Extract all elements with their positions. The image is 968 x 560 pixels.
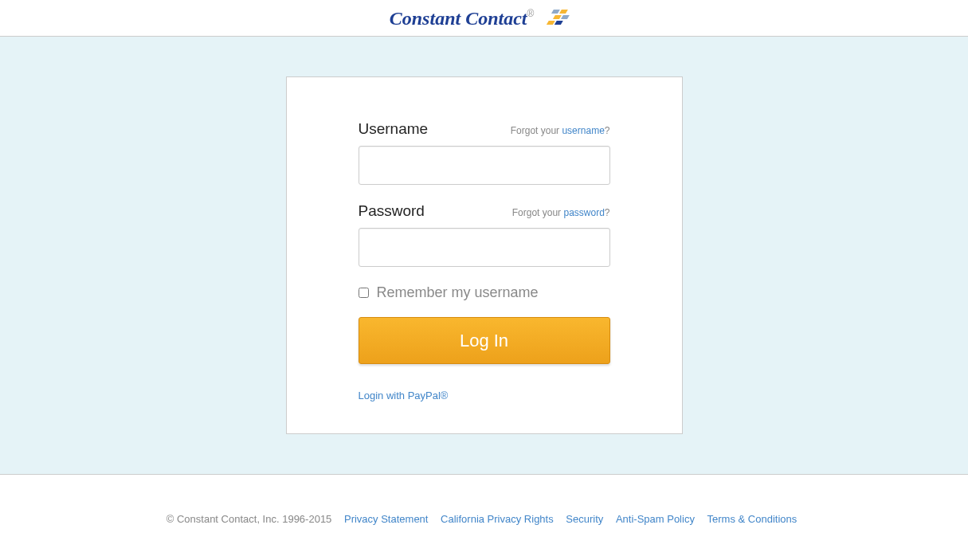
- brand-logo: Constant Contact®: [390, 8, 578, 29]
- remember-checkbox[interactable]: [359, 288, 369, 298]
- brand-name: Constant Contact: [390, 8, 527, 29]
- brand-swoosh-icon: [542, 8, 578, 29]
- footer-link-california[interactable]: California Privacy Rights: [441, 513, 554, 525]
- copyright-text: © Constant Contact, Inc. 1996-2015: [167, 513, 332, 525]
- footer-link-privacy[interactable]: Privacy Statement: [344, 513, 429, 525]
- forgot-password-text: Forgot your password?: [512, 207, 610, 218]
- password-label: Password: [359, 202, 425, 220]
- svg-rect-4: [547, 21, 555, 25]
- login-button[interactable]: Log In: [359, 317, 610, 364]
- login-card: Username Forgot your username? Password …: [286, 76, 683, 434]
- svg-rect-5: [555, 21, 563, 25]
- svg-rect-1: [559, 10, 568, 14]
- username-label: Username: [359, 120, 429, 138]
- page-header: Constant Contact®: [0, 0, 968, 37]
- login-paypal-link[interactable]: Login with PayPal®: [359, 390, 449, 401]
- remember-row: Remember my username: [359, 284, 610, 301]
- forgot-password-prefix: Forgot your: [512, 207, 564, 218]
- password-input[interactable]: [359, 228, 610, 267]
- username-group: Username Forgot your username?: [359, 120, 610, 185]
- forgot-password-suffix: ?: [605, 207, 610, 218]
- footer-link-antispam[interactable]: Anti-Spam Policy: [616, 513, 695, 525]
- page-footer: © Constant Contact, Inc. 1996-2015 Priva…: [0, 475, 968, 560]
- svg-rect-2: [553, 15, 562, 19]
- svg-rect-0: [551, 10, 560, 14]
- svg-rect-3: [561, 15, 570, 19]
- forgot-username-suffix: ?: [605, 125, 610, 136]
- forgot-username-text: Forgot your username?: [511, 125, 610, 136]
- forgot-password-link[interactable]: password: [563, 207, 604, 218]
- main-area: Username Forgot your username? Password …: [0, 37, 968, 475]
- footer-link-terms[interactable]: Terms & Conditions: [707, 513, 798, 525]
- forgot-username-link[interactable]: username: [562, 125, 604, 136]
- footer-link-security[interactable]: Security: [566, 513, 603, 525]
- remember-label[interactable]: Remember my username: [376, 284, 538, 300]
- forgot-username-prefix: Forgot your: [511, 125, 562, 136]
- password-group: Password Forgot your password?: [359, 202, 610, 267]
- registered-mark: ®: [527, 8, 535, 19]
- username-input[interactable]: [359, 146, 610, 185]
